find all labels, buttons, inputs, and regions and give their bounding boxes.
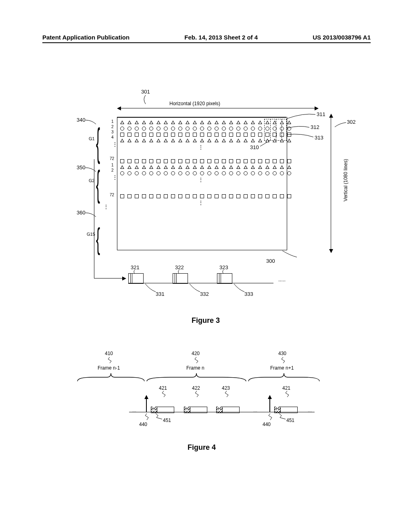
h-axis-right-arrowhead	[315, 106, 319, 110]
ref-440a-zig	[144, 414, 149, 422]
sq-marker	[171, 159, 175, 163]
cir-marker	[251, 127, 255, 131]
timeline-vline	[94, 159, 94, 278]
cir-marker	[193, 171, 197, 175]
sq-marker	[215, 133, 219, 137]
tri-marker	[200, 121, 204, 124]
tri-marker	[258, 121, 262, 124]
figure-4-caption: Figure 4	[81, 443, 323, 452]
sync-arrow-2	[269, 398, 270, 412]
sq-marker	[142, 133, 146, 137]
cir-marker	[135, 171, 139, 175]
sq-marker	[236, 133, 240, 137]
cir-marker	[280, 127, 284, 131]
page: Patent Application Publication Feb. 14, …	[0, 0, 413, 532]
ref-422-zig	[194, 391, 199, 399]
cir-marker	[149, 127, 153, 131]
tri-marker	[156, 121, 161, 124]
ref-410: 410	[105, 351, 113, 356]
tri-marker	[120, 165, 124, 169]
pulse-423: H	[216, 407, 240, 413]
cir-marker	[244, 127, 248, 131]
cir-marker	[120, 171, 124, 175]
tri-marker	[127, 165, 131, 169]
tri-marker	[265, 165, 269, 169]
brace-g1: {	[96, 120, 100, 165]
ref-451a-zig	[156, 414, 164, 422]
cir-marker	[287, 171, 291, 175]
cir-marker	[251, 171, 255, 175]
cir-marker	[127, 171, 131, 175]
pulse-ellipsis: .....	[278, 276, 286, 283]
pulse-H-2: H	[186, 407, 188, 411]
cir-marker	[200, 171, 204, 175]
tri-marker	[135, 121, 139, 124]
sync-arrow-1	[146, 398, 147, 412]
tri-marker	[251, 139, 255, 142]
ref-421b-zig	[285, 391, 290, 399]
tri-marker	[186, 165, 190, 169]
v-axis-down-arrowhead	[329, 249, 333, 253]
cir-marker	[127, 127, 131, 131]
ref-313: 313	[315, 135, 323, 141]
ref-430-zig	[281, 357, 286, 365]
brace-frame-nm1	[77, 372, 145, 383]
sq-marker	[178, 159, 182, 163]
tri-marker	[229, 139, 233, 142]
sq-marker	[149, 194, 153, 198]
ref-322: 322	[175, 264, 184, 270]
marker-vdots	[120, 143, 282, 151]
cir-marker	[258, 171, 262, 175]
ref-301-lead	[142, 95, 150, 106]
ref-422: 422	[192, 385, 200, 391]
ref-301: 301	[141, 89, 150, 95]
cir-marker	[149, 171, 153, 175]
pulse-baseline	[128, 283, 273, 283]
sq-marker	[251, 159, 255, 163]
pulse-322	[173, 273, 188, 284]
tri-marker	[287, 139, 291, 142]
tri-marker	[215, 121, 219, 124]
sq-marker	[127, 194, 131, 198]
g1-rownum-1: 1	[111, 119, 114, 124]
tri-marker	[280, 121, 284, 124]
pulse-H-3: H	[218, 407, 221, 411]
ref-430: 430	[278, 351, 286, 356]
tri-marker	[186, 121, 190, 124]
cir-marker	[200, 127, 204, 131]
sq-marker	[280, 159, 284, 163]
tri-marker	[273, 139, 277, 142]
marker-row-sq	[120, 193, 291, 199]
tri-marker	[149, 139, 153, 142]
tri-marker	[236, 139, 240, 142]
ref-302: 302	[347, 119, 356, 125]
g2-rownum-1: 1	[111, 163, 114, 167]
marker-row-tri	[120, 164, 291, 170]
sq-marker	[236, 194, 240, 198]
sq-marker	[200, 194, 204, 198]
tri-marker	[186, 139, 190, 142]
cir-marker	[244, 171, 248, 175]
cir-marker	[207, 171, 211, 175]
marker-vdots	[120, 199, 282, 206]
sq-marker	[178, 194, 182, 198]
tri-marker	[258, 165, 262, 169]
pulse-422: H	[184, 407, 207, 413]
tri-marker	[193, 165, 197, 169]
cir-marker	[236, 127, 240, 131]
sq-marker	[200, 159, 204, 163]
sq-marker	[120, 194, 124, 198]
tri-marker	[229, 121, 233, 124]
ref-440a: 440	[139, 422, 147, 427]
cir-marker	[215, 127, 219, 131]
ref-322-lead	[177, 270, 181, 274]
v-axis-line	[331, 117, 331, 250]
tri-marker	[222, 139, 226, 142]
cir-marker	[273, 171, 277, 175]
ref-321-lead	[133, 270, 137, 274]
sq-marker	[120, 133, 124, 137]
sq-marker	[193, 194, 197, 198]
sq-marker	[207, 194, 211, 198]
sq-marker	[229, 133, 233, 137]
tri-marker	[142, 139, 146, 142]
